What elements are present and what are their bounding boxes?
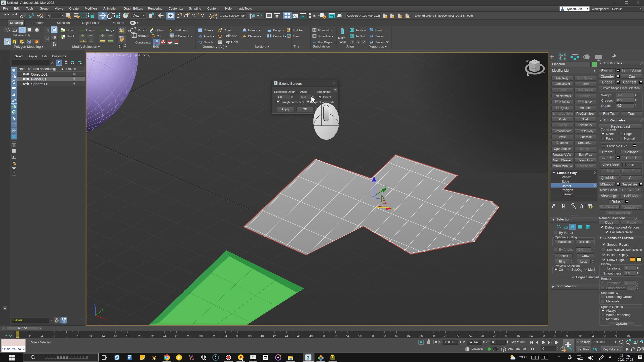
svg-text:E: E	[543, 70, 545, 74]
svg-text:Constraints:: Constraints:	[135, 41, 151, 44]
svg-text:Create: Create	[224, 29, 232, 32]
svg-text:Detach: Detach	[204, 41, 213, 44]
svg-text:To Grid: To Grid	[356, 35, 365, 38]
svg-text:ShapeConnect: ShapeConnect	[435, 14, 454, 17]
svg-text:To View: To View	[356, 29, 366, 32]
svg-text:30: 30	[199, 335, 203, 338]
svg-text:Tessellate ▾: Tessellate ▾	[318, 35, 333, 38]
svg-text:88: 88	[554, 335, 557, 338]
svg-text:40: 40	[261, 335, 264, 338]
svg-text:22: 22	[150, 335, 154, 338]
svg-text:Collapse: Collapse	[224, 34, 237, 38]
svg-text:50: 50	[322, 335, 325, 338]
svg-text:}: }	[216, 13, 217, 19]
svg-text:Z: Z	[363, 40, 365, 43]
svg-text:UV 2 Smooth: UV 2 Smooth	[456, 14, 473, 17]
svg-text:54: 54	[346, 335, 349, 338]
svg-text:Editable Poly: Editable Poly	[13, 34, 30, 37]
svg-text:y: y	[102, 307, 103, 311]
svg-text:Turn: Turn	[293, 35, 299, 38]
svg-text:10: 10	[77, 335, 80, 338]
svg-text:S: S	[527, 72, 529, 77]
svg-text:80: 80	[505, 335, 508, 338]
svg-text:Y: Y	[357, 40, 359, 43]
svg-text:x: x	[393, 207, 395, 211]
svg-text:48: 48	[309, 335, 313, 338]
svg-text:100: 100	[626, 335, 631, 338]
svg-text:Cut: Cut	[157, 35, 162, 38]
svg-text:52: 52	[334, 335, 337, 338]
svg-text:Smooth 30: Smooth 30	[375, 41, 389, 44]
svg-text:84: 84	[530, 335, 533, 338]
svg-text:1: 1	[119, 44, 120, 48]
svg-text:Ring ▾: Ring ▾	[106, 29, 114, 32]
svg-text:C:\Users\JI...ds Max 2022: C:\Users\JI...ds Max 2022	[347, 14, 380, 17]
svg-text:Swift Loop: Swift Loop	[175, 29, 188, 32]
svg-text:64: 64	[407, 335, 411, 338]
svg-text:Shrink: Shrink	[66, 35, 75, 38]
svg-text:Chamfer ▾: Chamfer ▾	[248, 35, 261, 38]
svg-text:28: 28	[187, 335, 190, 338]
svg-text:12: 12	[89, 335, 93, 338]
svg-text:Create Selection Set: Create Selection Set	[220, 14, 245, 17]
svg-text:20: 20	[138, 335, 142, 338]
svg-text:34: 34	[224, 335, 227, 338]
svg-text:82: 82	[517, 335, 520, 338]
svg-text:Grow: Grow	[66, 29, 73, 32]
svg-text:3: 3	[307, 355, 309, 360]
svg-text:96: 96	[603, 335, 606, 338]
svg-text:Use Displac...: Use Displac...	[318, 41, 336, 44]
svg-text:14: 14	[102, 335, 105, 338]
svg-text:Smooth: Smooth	[375, 35, 385, 38]
svg-text:Hard: Hard	[375, 29, 382, 32]
svg-text:42: 42	[273, 335, 276, 338]
svg-text:78: 78	[493, 335, 496, 338]
svg-text:x: x	[104, 318, 106, 321]
svg-text:46: 46	[297, 335, 300, 338]
svg-text:[ + ] [ Perspective ] [ Standa: [ + ] [ Perspective ] [ Standard* ] [ Ed…	[88, 54, 150, 57]
svg-text:90: 90	[566, 335, 570, 338]
svg-text:3: 3	[177, 13, 180, 19]
svg-text:8: 8	[66, 335, 67, 338]
svg-text:ExtendBorders: ExtendBorders	[415, 14, 434, 17]
svg-text:Relax ▾: Relax ▾	[204, 29, 214, 32]
svg-text:76: 76	[480, 335, 484, 338]
svg-text:{: {	[209, 13, 211, 19]
svg-text:TOP: TOP	[533, 61, 536, 62]
svg-text:Attach ▾: Attach ▾	[204, 35, 214, 38]
svg-text:QSlice: QSlice	[155, 29, 164, 32]
svg-text:Planar: Planar	[338, 40, 346, 43]
svg-text:72: 72	[456, 335, 459, 338]
svg-text:Edit Tris: Edit Tris	[293, 29, 303, 32]
svg-text:6: 6	[54, 335, 55, 338]
svg-text:86: 86	[542, 335, 545, 338]
svg-text:36: 36	[236, 335, 239, 338]
svg-text:Connect ▾: Connect ▾	[273, 35, 286, 38]
svg-text:74: 74	[468, 335, 472, 338]
svg-text:30: 30	[370, 42, 373, 44]
svg-text:58: 58	[371, 335, 374, 338]
svg-text:%: %	[192, 14, 195, 18]
svg-text:Make: Make	[338, 36, 345, 39]
svg-text:68: 68	[432, 335, 435, 338]
svg-text:Cap Poly: Cap Poly	[224, 40, 238, 44]
svg-text:66: 66	[419, 335, 423, 338]
svg-text:70: 70	[444, 335, 447, 338]
svg-text:56: 56	[358, 335, 361, 338]
svg-text:Loop ▾: Loop ▾	[86, 29, 95, 32]
svg-text:X: X	[352, 40, 354, 43]
svg-text:Repeat: Repeat	[138, 29, 147, 32]
svg-text:94: 94	[591, 335, 594, 338]
svg-text:60: 60	[383, 335, 386, 338]
svg-text:NURMS: NURMS	[138, 35, 148, 38]
svg-text:44: 44	[285, 335, 288, 338]
svg-text:26: 26	[175, 335, 178, 338]
svg-text:24: 24	[163, 335, 166, 338]
svg-text:38: 38	[248, 335, 252, 338]
svg-text:92: 92	[578, 335, 582, 338]
svg-text:All: All	[48, 14, 51, 17]
svg-text:View: View	[133, 14, 139, 17]
svg-text:2: 2	[29, 335, 30, 338]
svg-text:18: 18	[126, 335, 129, 338]
svg-text:y: y	[385, 184, 387, 188]
